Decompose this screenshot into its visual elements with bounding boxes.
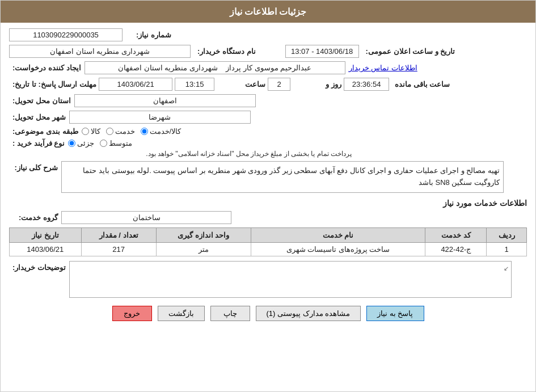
shomare-niaz-label: شماره نیاز: — [126, 31, 171, 39]
page-title: جزئیات اطلاعات نیاز — [230, 7, 307, 16]
khadamat-radio[interactable] — [106, 128, 113, 135]
farayand-jozi[interactable]: جزئی — [68, 139, 94, 147]
col-nam: نام خدمت — [251, 227, 425, 242]
section-ettela-title: اطلاعات خدمات مورد نیاز — [9, 199, 527, 208]
ejad-konande-name: عبدالرحیم موسوی کار پرداز — [226, 64, 311, 72]
ejad-konande-link[interactable]: اطلاعات تماس خریدار — [349, 64, 417, 72]
row-kharidar-tarikh: تاریخ و ساعت اعلان عمومی: 1403/06/18 - 1… — [9, 45, 527, 58]
shahr-label: شهر محل تحویل: — [12, 113, 66, 121]
mohlat-date-value: 1403/06/21 — [99, 78, 172, 91]
table-cell-radif: 1 — [487, 242, 527, 256]
row-tabaqe: کالا/خدمت خدمت کالا طبقه بندی موضوعی: — [9, 127, 527, 136]
resize-handle-icon: ↙ — [504, 265, 509, 272]
tabaqe-khadamat[interactable]: خدمت — [106, 127, 135, 136]
sharh-koli-text: تهیه مصالح و اجرای عملیات حفاری و اجرای … — [61, 161, 504, 193]
ejad-konande-label: ایجاد کننده درخواست: — [12, 64, 81, 72]
tabaqe-radio-group: کالا/خدمت خدمت کالا — [82, 127, 182, 136]
row-ejad-konande: اطلاعات تماس خریدار عبدالرحیم موسوی کار … — [9, 61, 527, 74]
ejad-konande-org: شهرداری منطریه استان اصفهان — [118, 64, 218, 72]
sharh-koli-label: شرح کلی نیاز: — [12, 163, 58, 172]
page-wrapper: جزئیات اطلاعات نیاز شماره نیاز: 11030902… — [0, 0, 536, 392]
noe-farayand-note: پرداخت تمام یا بخشی از مبلغ خریداز محل "… — [146, 150, 352, 158]
row-mohlat: ساعت باقی مانده 23:36:54 روز و 2 ساعت 13… — [9, 78, 527, 91]
jozi-label: جزئی — [77, 139, 94, 147]
table-row: 1ج-42-422ساخت پروژه‌های تاسیسات شهریمتر2… — [10, 242, 527, 256]
kala-label: کالا — [91, 127, 100, 136]
ejad-konande-value: عبدالرحیم موسوی کار پرداز شهرداری منطریه… — [85, 61, 345, 74]
table-cell-vahed: متر — [156, 242, 251, 256]
row-group-khadamat: ساختمان گروه خدمت: — [9, 211, 527, 224]
mohlat-countdown: 23:36:54 — [344, 78, 389, 91]
shomare-niaz-value: 1103090229000035 — [9, 28, 123, 41]
kala-khadamat-label: کالا/خدمت — [150, 127, 182, 136]
page-header: جزئیات اطلاعات نیاز — [1, 1, 535, 23]
row-tozih-kharidar: ↙ توضیحات خریدار: — [9, 261, 527, 298]
tabaqe-kala[interactable]: کالا — [82, 127, 100, 136]
tarikh-label: تاریخ و ساعت اعلان عمومی: — [366, 47, 455, 56]
service-table: ردیف کد خدمت نام خدمت واحد اندازه گیری ت… — [9, 227, 527, 256]
table-cell-kodKhadamat: ج-42-422 — [425, 242, 487, 256]
col-tedad: تعداد / مقدار — [81, 227, 156, 242]
jozi-radio[interactable] — [68, 140, 75, 147]
mohlat-saat-value: 13:15 — [175, 78, 214, 91]
row-sharh-koli: تهیه مصالح و اجرای عملیات حفاری و اجرای … — [9, 161, 527, 193]
mohlat-ersal-label: مهلت ارسال پاسخ: تا تاریخ: — [12, 80, 96, 88]
col-kod: کد خدمت — [425, 227, 487, 242]
row-shahr: شهرضا شهر محل تحویل: — [9, 111, 527, 124]
row-noe-farayand: متوسط جزئی پرداخت تمام یا بخشی از مبلغ خ… — [9, 139, 527, 158]
mottaset-label: متوسط — [109, 139, 132, 147]
col-radif: ردیف — [487, 227, 527, 242]
button-bar: پاسخ به نیاز مشاهده مدارک پیوستی (1) چاپ… — [9, 306, 527, 327]
tabaqe-kalaKhadamat[interactable]: کالا/خدمت — [141, 127, 182, 136]
tarikh-value: 1403/06/18 - 13:07 — [285, 45, 359, 58]
moshahadeMadarek-button[interactable]: مشاهده مدارک پیوستی (1) — [256, 306, 361, 321]
ostan-label: استان محل تحویل: — [12, 96, 71, 105]
main-content: شماره نیاز: 1103090229000035 تاریخ و ساع… — [1, 23, 535, 332]
mohlat-rooz-label: روز و — [296, 80, 341, 88]
row-ostan: اصفهان استان محل تحویل: — [9, 94, 527, 107]
noe-farayand-radio-group: متوسط جزئی — [68, 139, 352, 147]
table-cell-tedad: 217 — [81, 242, 156, 256]
mohlat-saat-label: ساعت — [220, 80, 265, 88]
khoroj-button[interactable]: خروج — [112, 306, 152, 321]
kala-radio[interactable] — [82, 128, 89, 135]
group-khadamat-label: گروه خدمت: — [12, 213, 58, 222]
kala-khadamat-radio[interactable] — [141, 128, 148, 135]
mottaset-radio[interactable] — [100, 140, 107, 147]
khadamat-label: خدمت — [115, 127, 135, 136]
farayand-mottaset[interactable]: متوسط — [100, 139, 132, 147]
group-khadamat-value: ساختمان — [61, 211, 231, 224]
bazgasht-button[interactable]: بازگشت — [158, 306, 205, 321]
col-tarikh: تاریخ نیاز — [10, 227, 82, 242]
name-kharidar-label: نام دستگاه خریدار: — [197, 47, 256, 56]
table-cell-namKhadamat: ساخت پروژه‌های تاسیسات شهری — [251, 242, 425, 256]
tozih-kharidar-box: ↙ — [69, 261, 512, 298]
shahr-value: شهرضا — [69, 111, 251, 124]
table-cell-tarikh: 1403/06/21 — [10, 242, 82, 256]
pasakh-button[interactable]: پاسخ به نیاز — [366, 306, 424, 321]
chap-button[interactable]: چاپ — [210, 306, 250, 321]
ostan-value: اصفهان — [74, 94, 256, 107]
name-kharidar-value: شهرداری منطریه استان اصفهان — [9, 45, 191, 58]
tabaqe-label: طبقه بندی موضوعی: — [12, 127, 78, 136]
col-vahed: واحد اندازه گیری — [156, 227, 251, 242]
mohlat-baqi-label: ساعت باقی مانده — [395, 80, 450, 88]
noe-farayand-label: نوع فرآیند خرید : — [12, 139, 65, 147]
mohlat-rooz-value: 2 — [268, 78, 290, 91]
tozih-kharidar-label: توضیحات خریدار: — [12, 263, 66, 272]
row-shomare-niaz: شماره نیاز: 1103090229000035 — [9, 28, 527, 41]
